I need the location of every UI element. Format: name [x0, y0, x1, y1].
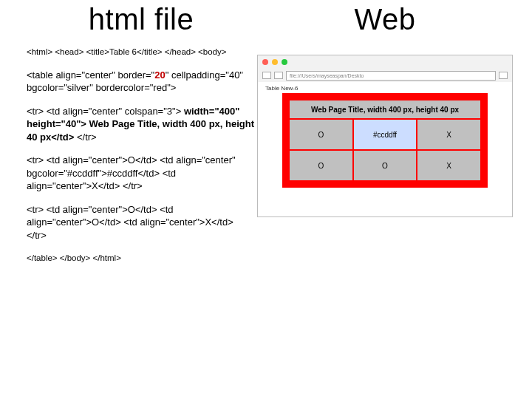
- code-text: </tr>: [74, 132, 96, 143]
- code-listing: <html> <head> <title>Table 6</title> </h…: [27, 47, 256, 264]
- cell-r2c3: X: [417, 150, 481, 181]
- code-line-head: <html> <head> <title>Table 6</title> </h…: [27, 47, 256, 58]
- window-zoom-icon[interactable]: [282, 59, 287, 65]
- cell-r1c3: X: [417, 119, 481, 150]
- nav-forward-button[interactable]: [274, 72, 283, 79]
- cell-r1c2: #ccddff: [353, 119, 417, 150]
- nav-back-button[interactable]: [262, 72, 271, 79]
- table-row: O O X: [289, 150, 481, 181]
- code-text: <tr> <td align="center" colspan="3">: [27, 106, 184, 117]
- heading-web: Web: [257, 3, 513, 36]
- window-minimize-icon[interactable]: [272, 59, 278, 65]
- nav-reload-button[interactable]: [499, 72, 508, 79]
- heading-html-file: html file: [27, 3, 256, 36]
- browser-window: file:///Users/mayseaspan/Deskto Table Ne…: [257, 55, 513, 217]
- code-table-open: <table align="center" border="20" cellpa…: [27, 69, 256, 95]
- cell-r1c1: O: [289, 119, 353, 150]
- window-close-icon[interactable]: [262, 59, 268, 65]
- cell-r2c2: O: [353, 150, 417, 181]
- rendered-table: Web Page Title, width 400 px, height 40 …: [282, 93, 488, 188]
- code-close: </table> </body> </html>: [27, 253, 256, 265]
- code-text: <table align="center" border=": [27, 69, 154, 81]
- address-bar[interactable]: file:///Users/mayseaspan/Deskto: [286, 71, 496, 81]
- code-row2: <tr> <td align="center">O</td> <td align…: [27, 154, 256, 193]
- browser-toolbar: file:///Users/mayseaspan/Deskto: [258, 69, 512, 82]
- window-titlebar: [258, 55, 512, 69]
- tab-label: Table New-6: [265, 85, 512, 92]
- browser-viewport: Table New-6 Web Page Title, width 400 px…: [258, 82, 512, 216]
- code-row1: <tr> <td align="center" colspan="3"> wid…: [27, 105, 256, 144]
- cell-r2c1: O: [289, 150, 353, 181]
- table-row: O #ccddff X: [289, 119, 481, 150]
- code-row3: <tr> <td align="center">O</td> <td align…: [27, 203, 256, 242]
- code-border-value: 20: [154, 69, 165, 81]
- table-title-cell: Web Page Title, width 400 px, height 40 …: [289, 100, 481, 119]
